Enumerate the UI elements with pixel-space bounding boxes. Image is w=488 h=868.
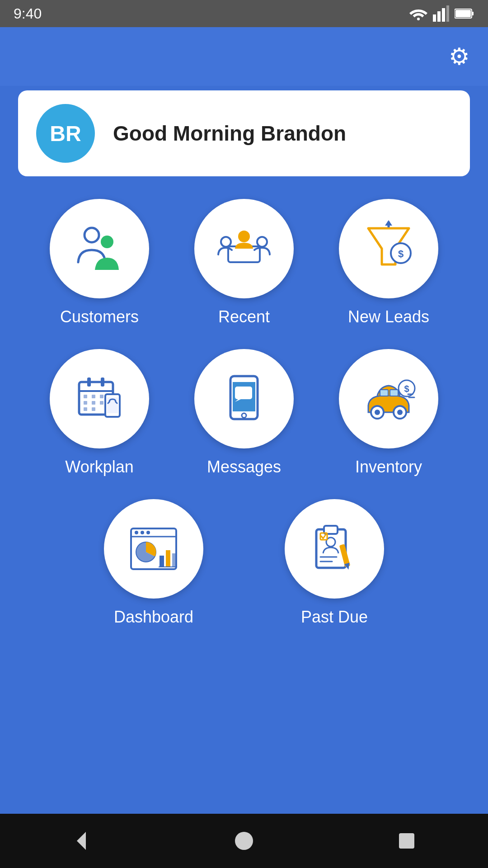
svg-rect-26	[84, 401, 87, 405]
back-button[interactable]	[66, 825, 97, 857]
svg-rect-55	[166, 550, 170, 567]
menu-row-1: Customers Rece	[27, 199, 461, 326]
signal-icon	[433, 5, 449, 22]
menu-item-recent[interactable]: Recent	[190, 199, 298, 326]
svg-rect-29	[84, 407, 87, 411]
svg-rect-4	[446, 5, 449, 22]
svg-point-13	[257, 237, 267, 247]
recent-icon	[215, 219, 273, 278]
svg-rect-68	[399, 833, 414, 849]
customers-label: Customers	[60, 307, 139, 326]
menu-item-workplan[interactable]: Workplan	[45, 349, 154, 476]
menu-item-customers[interactable]: Customers	[45, 199, 154, 326]
recent-circle	[194, 199, 294, 298]
recent-label: Recent	[218, 307, 270, 326]
messages-circle	[194, 349, 294, 448]
svg-rect-42	[380, 390, 388, 396]
back-icon	[70, 830, 93, 852]
svg-text:$: $	[398, 248, 404, 259]
past-due-icon	[305, 519, 364, 578]
svg-rect-27	[92, 401, 95, 405]
battery-icon	[455, 8, 474, 19]
svg-rect-56	[172, 553, 176, 567]
svg-rect-2	[437, 11, 441, 22]
svg-point-52	[146, 531, 150, 534]
svg-rect-3	[442, 8, 445, 22]
svg-point-41	[397, 410, 403, 415]
dashboard-label: Dashboard	[114, 608, 193, 627]
svg-rect-35	[235, 387, 252, 399]
home-button[interactable]	[228, 825, 260, 857]
app-header: ⚙	[0, 27, 488, 86]
inventory-label: Inventory	[355, 458, 422, 476]
workplan-icon	[70, 369, 129, 428]
inventory-icon: $	[359, 369, 418, 428]
messages-label: Messages	[207, 458, 281, 476]
svg-marker-66	[77, 832, 86, 850]
svg-rect-22	[101, 377, 104, 387]
avatar-initials: BR	[50, 121, 81, 146]
status-icons	[409, 5, 474, 22]
menu-item-dashboard[interactable]: Dashboard	[99, 499, 208, 627]
svg-rect-25	[100, 395, 103, 398]
svg-rect-54	[160, 556, 164, 567]
menu-item-past-due[interactable]: Past Due	[280, 499, 389, 627]
new-leads-circle: $	[339, 199, 438, 298]
welcome-greeting: Good Morning Brandon	[113, 121, 346, 146]
svg-rect-24	[92, 395, 95, 398]
svg-point-51	[141, 531, 144, 534]
menu-item-inventory[interactable]: $ Inventory	[334, 349, 443, 476]
svg-rect-43	[390, 390, 398, 396]
svg-rect-1	[433, 14, 436, 22]
main-content: Customers Rece	[0, 176, 488, 814]
svg-rect-6	[472, 12, 474, 15]
home-icon	[233, 830, 255, 852]
menu-item-new-leads[interactable]: $ New Leads	[334, 199, 443, 326]
svg-rect-7	[455, 10, 471, 17]
messages-icon	[215, 369, 273, 428]
workplan-label: Workplan	[65, 458, 133, 476]
welcome-card: BR Good Morning Brandon	[18, 90, 470, 176]
menu-row-2: Workplan Messages	[27, 349, 461, 476]
svg-rect-23	[84, 395, 87, 398]
past-due-circle	[285, 499, 384, 599]
svg-point-12	[221, 237, 231, 247]
workplan-circle	[50, 349, 149, 448]
svg-point-50	[135, 531, 138, 534]
bottom-nav	[0, 814, 488, 868]
new-leads-icon: $	[359, 219, 418, 278]
menu-row-3: Dashboard	[27, 499, 461, 627]
svg-marker-18	[385, 220, 392, 226]
dashboard-circle	[104, 499, 203, 599]
settings-icon[interactable]: ⚙	[449, 43, 470, 70]
svg-point-9	[101, 236, 113, 248]
recents-button[interactable]	[391, 825, 422, 857]
status-time: 9:40	[14, 5, 42, 22]
customers-circle	[50, 199, 149, 298]
wifi-icon	[409, 7, 427, 20]
svg-point-8	[84, 228, 99, 242]
past-due-label: Past Due	[301, 608, 368, 627]
customers-icon	[70, 219, 129, 278]
svg-point-0	[417, 18, 420, 20]
svg-rect-30	[92, 407, 95, 411]
new-leads-label: New Leads	[348, 307, 429, 326]
status-bar: 9:40	[0, 0, 488, 27]
recents-icon	[395, 830, 418, 852]
svg-point-67	[235, 832, 253, 850]
inventory-circle: $	[339, 349, 438, 448]
svg-point-11	[238, 231, 250, 242]
svg-rect-21	[87, 377, 91, 387]
svg-rect-28	[100, 401, 103, 405]
svg-text:$: $	[404, 384, 409, 394]
menu-item-messages[interactable]: Messages	[190, 349, 298, 476]
svg-point-39	[375, 410, 380, 415]
dashboard-icon	[124, 519, 183, 578]
avatar: BR	[36, 104, 95, 163]
